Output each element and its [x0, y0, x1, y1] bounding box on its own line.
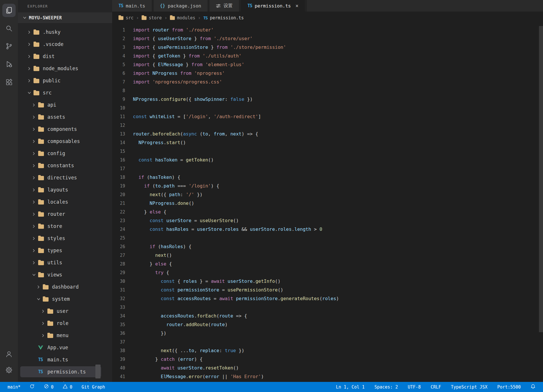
close-icon[interactable]: × [295, 3, 298, 8]
code-line-15[interactable]: 15 [112, 147, 543, 156]
activity-search-icon[interactable] [0, 21, 18, 36]
tree-item-App.vue[interactable]: App.vue [18, 341, 112, 354]
tree-item-directives[interactable]: directives [18, 172, 112, 184]
tree-item-dist[interactable]: dist [18, 50, 112, 62]
code-line-37[interactable]: 37 [112, 338, 543, 346]
code-line-27[interactable]: 27 next() [112, 251, 543, 260]
code-line-8[interactable]: 8 [112, 86, 543, 95]
status-branch[interactable]: main* [8, 382, 21, 392]
status-eol[interactable]: CRLF [431, 382, 441, 392]
activity-settings-gear-icon[interactable] [0, 363, 18, 378]
tree-item-utils[interactable]: utils [18, 257, 112, 269]
code-line-5[interactable]: 5import { ElMessage } from 'element-plus… [112, 60, 543, 69]
activity-account-icon[interactable] [0, 347, 18, 362]
tree-item-system[interactable]: system [18, 293, 112, 305]
tree-item-store[interactable]: store [18, 220, 112, 232]
tree-item-locales[interactable]: locales [18, 196, 112, 208]
tree-item-layouts[interactable]: layouts [18, 184, 112, 196]
code-line-38[interactable]: 38 next({ ...to, replace: true }) [112, 346, 543, 355]
activity-explorer-icon[interactable] [0, 3, 18, 18]
tree-item-views[interactable]: views [18, 269, 112, 281]
status-warnings[interactable]: 0 [63, 382, 72, 392]
code-line-18[interactable]: 18 if (hasToken) { [112, 173, 543, 182]
activity-run-debug-icon[interactable] [0, 57, 18, 72]
breadcrumb-item-permission.ts[interactable]: TSpermission.ts [203, 15, 244, 21]
code-line-21[interactable]: 21 NProgress.done() [112, 199, 543, 208]
tab---[interactable]: 设置 [210, 0, 239, 12]
activity-source-control-icon[interactable] [0, 39, 18, 54]
code-line-9[interactable]: 9NProgress.configure({ showSpinner: fals… [112, 95, 543, 104]
editor-scrollbar-thumb[interactable] [539, 26, 543, 332]
status-encoding[interactable]: UTF-8 [408, 382, 421, 392]
tree-item-router[interactable]: router [18, 208, 112, 220]
code-editor[interactable]: 1import router from './router'2import { … [112, 23, 543, 382]
activity-extensions-icon[interactable] [0, 75, 18, 90]
code-line-26[interactable]: 26 if (hasRoles) { [112, 242, 543, 251]
code-line-19[interactable]: 19 if (to.path === '/login') { [112, 182, 543, 190]
tree-item-styles[interactable]: styles [18, 232, 112, 244]
status-indentation[interactable]: Spaces: 2 [375, 382, 398, 392]
code-line-40[interactable]: 40 await userStore.resetToken() [112, 364, 543, 372]
tab-main.ts[interactable]: TSmain.ts [112, 0, 152, 12]
code-line-4[interactable]: 4import { getToken } from './utils/auth' [112, 52, 543, 60]
tree-item-dashboard[interactable]: dashboard [18, 281, 112, 293]
code-line-14[interactable]: 14 NProgress.start() [112, 138, 543, 147]
status-errors[interactable]: 0 [44, 382, 53, 392]
tab-permission.ts[interactable]: TSpermission.ts× [241, 0, 305, 12]
code-line-35[interactable]: 35 router.addRoute(route) [112, 320, 543, 329]
code-line-34[interactable]: 34 accessRoutes.forEach(route => { [112, 312, 543, 320]
status-cursor-position[interactable]: Ln 1, Col 1 [336, 382, 364, 392]
status-language-mode[interactable]: TypeScript JSX [451, 382, 487, 392]
tree-item-components[interactable]: components [18, 123, 112, 135]
tree-item-src[interactable]: src [18, 87, 112, 99]
tree-item-assets[interactable]: assets [18, 111, 112, 123]
code-line-33[interactable]: 33 [112, 303, 543, 312]
code-line-13[interactable]: 13router.beforeEach(async (to, from, nex… [112, 130, 543, 138]
code-line-28[interactable]: 28 } else { [112, 260, 543, 268]
code-line-41[interactable]: 41 ElMessage.error(error || 'Has Error') [112, 372, 543, 381]
code-line-6[interactable]: 6import NProgress from 'nprogress' [112, 69, 543, 78]
tree-item-constants[interactable]: constants [18, 159, 112, 172]
tree-item-types[interactable]: types [18, 244, 112, 257]
code-line-29[interactable]: 29 try { [112, 268, 543, 277]
code-line-25[interactable]: 25 [112, 234, 543, 242]
code-line-31[interactable]: 31 const permissionStore = usePermission… [112, 286, 543, 294]
tree-item-node-modules[interactable]: node_modules [18, 62, 112, 75]
tab-package.json[interactable]: {}package.json [154, 0, 208, 12]
breadcrumb-item-modules[interactable]: modules [170, 15, 195, 21]
tree-item-auto-imports.d.ts[interactable]: auto-imports.d.ts [18, 378, 112, 382]
code-line-24[interactable]: 24 const hasRoles = userStore.roles && u… [112, 225, 543, 234]
tree-item-menu[interactable]: menu [18, 329, 112, 341]
status-port[interactable]: Port:5500 [497, 382, 521, 392]
tree-item-role[interactable]: role [18, 317, 112, 329]
code-line-2[interactable]: 2import { useUserStore } from './store/u… [112, 34, 543, 43]
tree-item-user[interactable]: user [18, 305, 112, 317]
code-line-32[interactable]: 32 const accessRoutes = await permission… [112, 294, 543, 303]
status-git-graph[interactable]: Git Graph [81, 382, 105, 392]
code-line-39[interactable]: 39 } catch (error) { [112, 355, 543, 364]
project-root-header[interactable]: MOYU-SWEEPER [18, 12, 112, 23]
code-line-12[interactable]: 12 [112, 121, 543, 130]
code-line-11[interactable]: 11const whiteList = ['/login', '/auth-re… [112, 112, 543, 121]
code-line-36[interactable]: 36 }) [112, 329, 543, 338]
code-line-23[interactable]: 23 const userStore = useUserStore() [112, 216, 543, 225]
breadcrumb-item-store[interactable]: store [142, 15, 162, 21]
code-line-20[interactable]: 20 next({ path: '/' }) [112, 190, 543, 199]
code-line-7[interactable]: 7import 'nprogress/nprogress.css' [112, 78, 543, 86]
tree-item-config[interactable]: config [18, 147, 112, 159]
code-line-17[interactable]: 17 [112, 164, 543, 173]
status-sync[interactable] [30, 382, 35, 392]
code-line-22[interactable]: 22 } else { [112, 208, 543, 216]
tree-item-public[interactable]: public [18, 75, 112, 87]
code-line-1[interactable]: 1import router from './router' [112, 26, 543, 34]
tree-item-api[interactable]: api [18, 99, 112, 111]
code-line-10[interactable]: 10 [112, 104, 543, 112]
code-line-16[interactable]: 16 const hasToken = getToken() [112, 156, 543, 164]
code-line-30[interactable]: 30 const { roles } = await userStore.get… [112, 277, 543, 286]
breadcrumb-item-src[interactable]: src [118, 15, 134, 21]
tree-item-.vscode[interactable]: .vscode [18, 38, 112, 50]
tree-item-main.ts[interactable]: TSmain.ts [18, 354, 112, 366]
code-line-3[interactable]: 3import { usePermissionStore } from './s… [112, 43, 543, 52]
status-bell[interactable] [531, 382, 535, 392]
tree-item-.husky[interactable]: .husky [18, 26, 112, 38]
